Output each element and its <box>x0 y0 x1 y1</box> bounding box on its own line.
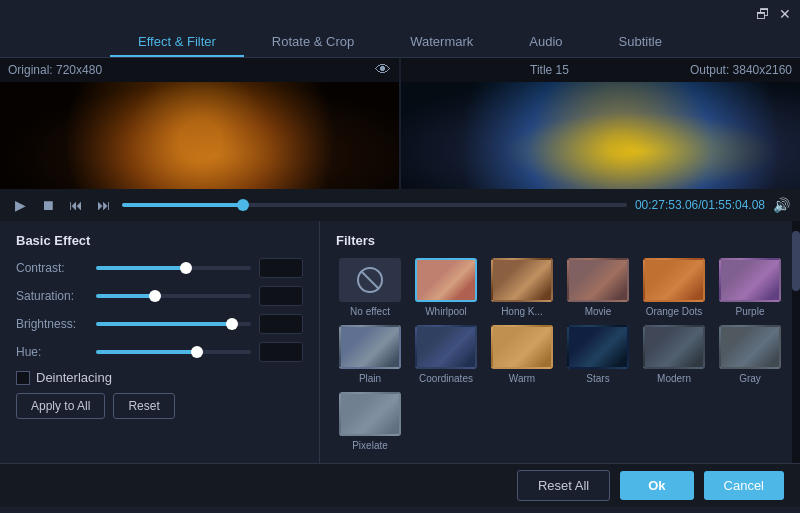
next-frame-button[interactable]: ⏭ <box>94 195 114 215</box>
main-content: Original: 720x480 👁 Title 15 Output: 384… <box>0 58 800 507</box>
filter-pixelate[interactable]: Pixelate <box>336 392 404 451</box>
orangedots-label: Orange Dots <box>646 306 703 317</box>
hue-input[interactable] <box>260 343 303 361</box>
no-effect-icon <box>356 266 384 294</box>
filter-orangedots[interactable]: Orange Dots <box>640 258 708 317</box>
tab-bar: Effect & Filter Rotate & Crop Watermark … <box>0 28 800 58</box>
hongk-thumb <box>491 258 553 302</box>
contrast-handle[interactable] <box>180 262 192 274</box>
saturation-row: Saturation: ▲ ▼ <box>16 286 303 306</box>
scrollbar-thumb[interactable] <box>792 231 800 291</box>
filter-movie[interactable]: Movie <box>564 258 632 317</box>
brightness-label: Brightness: <box>16 317 88 331</box>
movie-label: Movie <box>585 306 612 317</box>
stars-label: Stars <box>586 373 609 384</box>
action-buttons: Apply to All Reset <box>16 393 303 419</box>
filters-panel: Filters No effect <box>320 221 800 463</box>
orangedots-thumb <box>643 258 705 302</box>
modern-thumb <box>643 325 705 369</box>
filter-plain[interactable]: Plain <box>336 325 404 384</box>
close-button[interactable]: ✕ <box>778 7 792 21</box>
play-button[interactable]: ▶ <box>10 195 30 215</box>
hue-handle[interactable] <box>191 346 203 358</box>
filter-modern[interactable]: Modern <box>640 325 708 384</box>
contrast-input[interactable] <box>260 259 303 277</box>
filter-gray[interactable]: Gray <box>716 325 784 384</box>
preview-area: Original: 720x480 👁 Title 15 Output: 384… <box>0 58 800 189</box>
contrast-slider[interactable] <box>96 266 251 270</box>
contrast-fill <box>96 266 186 270</box>
hue-label: Hue: <box>16 345 88 359</box>
output-resolution: Output: 3840x2160 <box>690 63 792 77</box>
filter-hongk[interactable]: Hong K... <box>488 258 556 317</box>
filters-title: Filters <box>336 233 784 248</box>
coordinates-thumb <box>415 325 477 369</box>
apply-to-all-button[interactable]: Apply to All <box>16 393 105 419</box>
warm-thumb <box>491 325 553 369</box>
preview-left-video <box>0 82 399 189</box>
modern-label: Modern <box>657 373 691 384</box>
filter-stars[interactable]: Stars <box>564 325 632 384</box>
filter-whirlpool[interactable]: Whirlpool <box>412 258 480 317</box>
hongk-label: Hong K... <box>501 306 543 317</box>
filter-coordinates[interactable]: Coordinates <box>412 325 480 384</box>
saturation-input[interactable] <box>260 287 303 305</box>
preview-right: Title 15 Output: 3840x2160 <box>401 58 800 189</box>
prev-frame-button[interactable]: ⏮ <box>66 195 86 215</box>
filter-purple[interactable]: Purple <box>716 258 784 317</box>
contrast-label: Contrast: <box>16 261 88 275</box>
saturation-value-box: ▲ ▼ <box>259 286 303 306</box>
title-bar: 🗗 ✕ <box>0 0 800 28</box>
playback-controls: ▶ ⏹ ⏮ ⏭ 00:27:53.06/01:55:04.08 🔊 <box>0 189 800 221</box>
no-effect-label: No effect <box>350 306 390 317</box>
progress-handle[interactable] <box>237 199 249 211</box>
brightness-slider[interactable] <box>96 322 251 326</box>
tab-effect-filter[interactable]: Effect & Filter <box>110 28 244 57</box>
scrollbar-track[interactable] <box>792 221 800 463</box>
ok-button[interactable]: Ok <box>620 471 693 500</box>
title-bar-controls: 🗗 ✕ <box>756 7 792 21</box>
tab-audio[interactable]: Audio <box>501 28 590 57</box>
preview-left: Original: 720x480 👁 <box>0 58 401 189</box>
purple-label: Purple <box>736 306 765 317</box>
pixelate-thumb <box>339 392 401 436</box>
deinterlacing-checkbox[interactable] <box>16 371 30 385</box>
movie-thumb <box>567 258 629 302</box>
hue-slider[interactable] <box>96 350 251 354</box>
stop-button[interactable]: ⏹ <box>38 195 58 215</box>
video-left-frame <box>0 82 399 189</box>
time-display: 00:27:53.06/01:55:04.08 <box>635 198 765 212</box>
brightness-handle[interactable] <box>226 318 238 330</box>
saturation-slider[interactable] <box>96 294 251 298</box>
progress-bar[interactable] <box>122 203 627 207</box>
gray-thumb <box>719 325 781 369</box>
gray-label: Gray <box>739 373 761 384</box>
tab-rotate-crop[interactable]: Rotate & Crop <box>244 28 382 57</box>
filters-grid: No effect Whirlpool Hong K... <box>336 258 784 451</box>
filter-no-effect[interactable]: No effect <box>336 258 404 317</box>
filters-panel-wrapper: Filters No effect <box>320 221 800 463</box>
eye-icon[interactable]: 👁 <box>375 61 391 79</box>
coordinates-label: Coordinates <box>419 373 473 384</box>
brightness-fill <box>96 322 232 326</box>
preview-right-info: Title 15 Output: 3840x2160 <box>401 58 800 82</box>
tab-subtitle[interactable]: Subtitle <box>591 28 690 57</box>
cancel-button[interactable]: Cancel <box>704 471 784 500</box>
reset-button[interactable]: Reset <box>113 393 174 419</box>
tab-watermark[interactable]: Watermark <box>382 28 501 57</box>
controls-panel: Basic Effect Contrast: ▲ ▼ Satur <box>0 221 320 463</box>
no-effect-thumb <box>339 258 401 302</box>
bottom-panel: Basic Effect Contrast: ▲ ▼ Satur <box>0 221 800 463</box>
preview-title: Title 15 <box>530 63 569 77</box>
svg-line-1 <box>361 271 379 289</box>
progress-fill <box>122 203 243 207</box>
minimize-button[interactable]: 🗗 <box>756 7 770 21</box>
whirlpool-thumb <box>415 258 477 302</box>
contrast-row: Contrast: ▲ ▼ <box>16 258 303 278</box>
brightness-input[interactable] <box>260 315 303 333</box>
volume-icon[interactable]: 🔊 <box>773 197 790 213</box>
pixelate-label: Pixelate <box>352 440 388 451</box>
reset-all-button[interactable]: Reset All <box>517 470 610 501</box>
saturation-handle[interactable] <box>149 290 161 302</box>
filter-warm[interactable]: Warm <box>488 325 556 384</box>
